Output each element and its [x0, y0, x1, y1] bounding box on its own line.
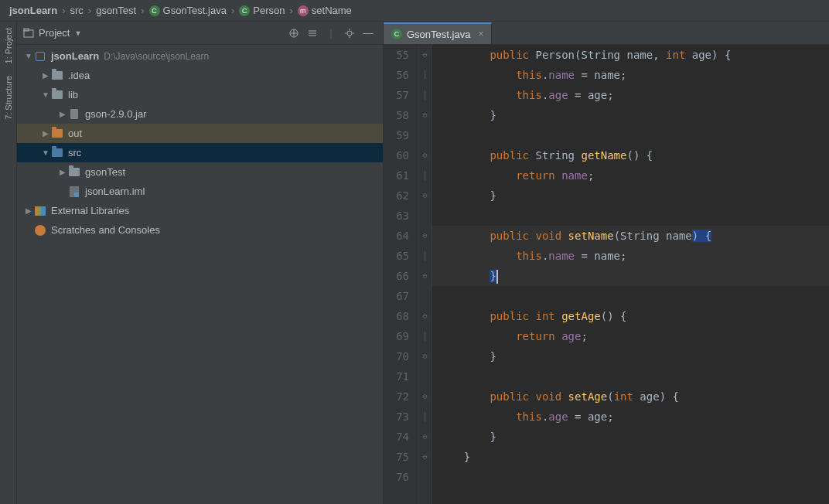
chevron-right-icon: ▶ — [40, 129, 51, 138]
method-icon: m — [298, 5, 309, 16]
tool-project[interactable]: 1: Project — [4, 22, 13, 70]
project-icon — [23, 28, 34, 39]
breadcrumb-file[interactable]: C GsonTest.java — [146, 5, 230, 16]
breadcrumb-root[interactable]: jsonLearn — [6, 5, 60, 16]
jar-icon — [70, 109, 78, 119]
chevron-down-icon: ▼ — [40, 90, 51, 99]
tree-iml[interactable]: jsonLearn.iml — [17, 182, 383, 201]
chevron-right-icon: › — [141, 5, 144, 16]
tree-src[interactable]: ▼ src — [17, 143, 383, 162]
tool-rail-left: 1: Project 7: Structure — [0, 22, 17, 504]
fold-gutter[interactable]: ⊖││⊖⊖│⊖⊖│⊖⊖│⊖⊖│⊖⊖ — [419, 45, 432, 504]
breadcrumb-src[interactable]: src — [67, 5, 86, 16]
line-number-gutter: 5556575859606162636465666768697071727374… — [384, 45, 419, 504]
tree-out[interactable]: ▶ out — [17, 124, 383, 143]
iml-icon — [70, 186, 79, 197]
chevron-right-icon: › — [88, 5, 91, 16]
tab-gsontest[interactable]: C GsonTest.java × — [384, 22, 492, 44]
breadcrumb: jsonLearn › src › gsonTest › C GsonTest.… — [0, 0, 829, 22]
editor: C GsonTest.java × 5556575859606162636465… — [384, 22, 829, 504]
breadcrumb-method[interactable]: m setName — [295, 5, 355, 16]
breadcrumb-pkg[interactable]: gsonTest — [93, 5, 139, 16]
folder-icon — [52, 129, 63, 138]
tree-lib[interactable]: ▼ lib — [17, 85, 383, 104]
divider: | — [322, 25, 339, 42]
tree-root[interactable]: ▼ jsonLearnD:\Java\source\jsonLearn — [17, 46, 383, 66]
tree-scratches[interactable]: Scratches and Consoles — [17, 220, 383, 240]
tool-structure[interactable]: 7: Structure — [4, 70, 13, 126]
chevron-right-icon: ▶ — [23, 206, 34, 215]
editor-tabbar: C GsonTest.java × — [384, 22, 829, 45]
tree-pkg[interactable]: ▶ gsonTest — [17, 162, 383, 182]
module-icon — [36, 52, 45, 61]
package-icon — [69, 168, 80, 176]
chevron-down-icon: ▼ — [23, 52, 34, 60]
scratches-icon — [35, 225, 46, 236]
project-panel: Project ▼ | — ▼ jsonLearnD:\Java\source\… — [17, 22, 384, 504]
chevron-right-icon: ▶ — [57, 168, 68, 176]
expand-all-button[interactable] — [304, 25, 321, 42]
folder-icon — [52, 71, 63, 80]
caret — [496, 270, 498, 284]
gear-icon[interactable] — [341, 25, 358, 42]
libraries-icon — [35, 206, 46, 216]
hide-panel-button[interactable]: — — [360, 25, 377, 42]
code-content[interactable]: public Person(String name, int age) { th… — [432, 45, 829, 504]
select-opened-file-button[interactable] — [285, 25, 302, 42]
class-icon: C — [149, 5, 160, 16]
folder-icon — [52, 90, 63, 99]
tree-external-libs[interactable]: ▶ External Libraries — [17, 201, 383, 220]
chevron-right-icon: ▶ — [57, 110, 68, 118]
project-panel-header: Project ▼ | — — [17, 22, 383, 45]
tree-jar[interactable]: ▶ gson-2.9.0.jar — [17, 104, 383, 124]
project-tree[interactable]: ▼ jsonLearnD:\Java\source\jsonLearn ▶ .i… — [17, 45, 383, 504]
svg-point-8 — [347, 31, 352, 36]
chevron-down-icon: ▼ — [40, 148, 51, 157]
tree-idea[interactable]: ▶ .idea — [17, 66, 383, 85]
code-editor[interactable]: 5556575859606162636465666768697071727374… — [384, 45, 829, 504]
class-icon: C — [391, 29, 402, 39]
chevron-right-icon: ▶ — [40, 71, 51, 80]
class-icon: C — [239, 5, 250, 16]
close-icon[interactable]: × — [478, 29, 483, 39]
breadcrumb-class[interactable]: C Person — [236, 5, 288, 16]
chevron-right-icon: › — [231, 5, 234, 16]
project-panel-title[interactable]: Project ▼ — [23, 27, 81, 39]
chevron-down-icon: ▼ — [74, 29, 81, 37]
chevron-right-icon: › — [289, 5, 292, 16]
folder-icon — [52, 148, 63, 157]
chevron-right-icon: › — [62, 5, 65, 16]
